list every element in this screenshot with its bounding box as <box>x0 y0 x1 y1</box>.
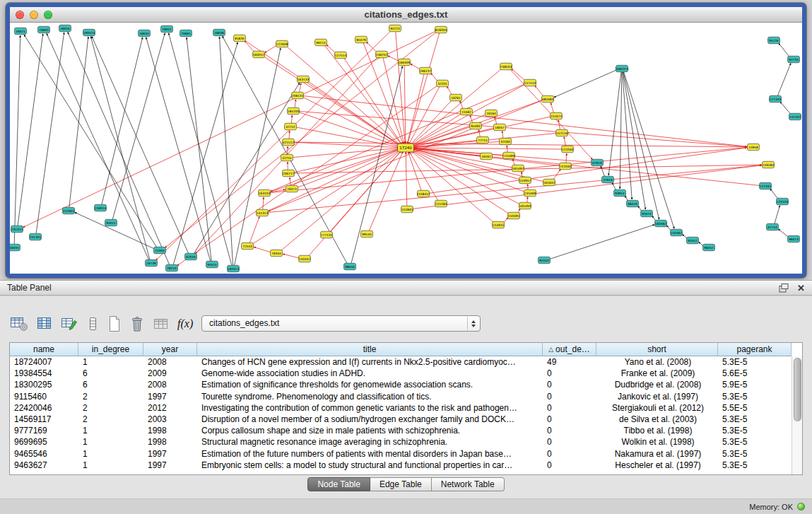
network-node[interactable]: 748503 <box>500 63 512 70</box>
column-header-name[interactable]: name <box>10 343 78 356</box>
network-node[interactable]: 127514 <box>335 52 347 59</box>
network-node[interactable]: 163103 <box>259 189 271 197</box>
table-row[interactable]: 2242004622012Investigating the contribut… <box>10 402 802 414</box>
network-node[interactable]: 165497 <box>512 165 524 172</box>
column-header-short[interactable]: short <box>596 343 718 356</box>
network-node[interactable]: 141313 <box>257 209 269 216</box>
network-node[interactable]: 16261 <box>450 94 462 101</box>
network-node[interactable]: 160462 <box>655 220 667 227</box>
network-node[interactable]: 157510 <box>524 79 536 86</box>
network-node[interactable]: 96419 <box>627 200 639 207</box>
function-builder-icon[interactable]: f(x) <box>177 314 193 334</box>
network-node[interactable]: 231312 <box>11 226 23 233</box>
network-node[interactable]: 16044 <box>59 25 71 32</box>
network-canvas[interactable]: 1724081830160012122608961141275148547914… <box>10 23 802 273</box>
table-row[interactable]: 911546021997Tourette syndrome. Phenomeno… <box>10 391 802 402</box>
network-node[interactable]: 151675 <box>551 112 563 119</box>
network-node[interactable]: 67919 <box>592 159 604 166</box>
network-node[interactable]: 122608 <box>276 40 288 47</box>
edit-table-icon[interactable] <box>61 314 78 334</box>
show-columns-icon[interactable] <box>36 314 53 334</box>
network-node[interactable]: 485083 <box>542 95 554 103</box>
network-node[interactable]: 16047 <box>494 124 506 131</box>
network-node[interactable]: 16634 <box>139 30 151 37</box>
network-node[interactable]: 16034 <box>10 244 20 251</box>
tab-edge-table[interactable]: Edge Table <box>370 477 432 491</box>
network-node[interactable]: 95015 <box>105 219 117 226</box>
network-node[interactable]: 26739 <box>146 259 158 267</box>
network-node[interactable]: 154931 <box>493 221 505 228</box>
network-node[interactable]: 25304 <box>154 247 166 254</box>
network-node[interactable]: 16162 <box>481 153 493 160</box>
network-node[interactable]: 177135 <box>321 231 333 238</box>
network-node[interactable]: 818304 <box>435 26 447 33</box>
network-node[interactable]: 421512 <box>283 139 295 146</box>
network-node[interactable]: 32201 <box>437 80 449 87</box>
minimize-window-button[interactable] <box>30 11 38 19</box>
network-node[interactable]: 42755 <box>281 154 293 161</box>
network-node[interactable]: 95414 <box>206 261 218 268</box>
network-node[interactable]: 96452 <box>703 244 715 251</box>
network-node[interactable]: 150447 <box>299 255 311 262</box>
network-node[interactable]: 184200 <box>288 107 300 115</box>
network-node[interactable]: 121342 <box>760 182 772 189</box>
new-table-icon[interactable] <box>107 314 122 334</box>
table-row[interactable]: 1938455462009Genome-wide association stu… <box>10 368 802 379</box>
network-node[interactable]: 67743 <box>767 223 779 230</box>
network-node[interactable]: 115184 <box>435 200 447 207</box>
row-selector-icon[interactable] <box>86 314 100 334</box>
network-node[interactable]: 127343 <box>770 95 782 103</box>
network-node[interactable]: 151845 <box>401 206 413 213</box>
table-scrollbar[interactable] <box>792 356 802 474</box>
network-node[interactable]: 26373 <box>286 185 298 192</box>
network-node[interactable]: 196137 <box>420 67 432 74</box>
network-node[interactable]: 93474 <box>641 210 653 217</box>
network-node[interactable]: 20663 <box>38 26 50 33</box>
network-node[interactable]: 146252 <box>376 51 388 58</box>
network-node[interactable]: 17240 <box>398 144 414 152</box>
network-node[interactable]: 76344 <box>271 250 283 257</box>
network-node[interactable]: 145469 <box>524 189 536 197</box>
network-node[interactable]: 62019 <box>185 253 197 260</box>
network-node[interactable]: 201305 <box>30 233 42 240</box>
network-node[interactable]: 161642 <box>543 179 555 186</box>
network-node[interactable]: 159584 <box>763 161 775 168</box>
table-row[interactable]: 1456911722003Disruption of a novel membe… <box>10 414 802 425</box>
network-node[interactable]: 81830 <box>234 35 246 42</box>
column-header-title[interactable]: title <box>197 343 543 356</box>
import-table-icon[interactable] <box>153 314 170 334</box>
close-window-button[interactable] <box>16 11 24 19</box>
delete-table-icon[interactable] <box>129 314 145 334</box>
network-node[interactable]: 722040 <box>560 163 572 170</box>
network-node[interactable]: 1518457 <box>416 190 430 197</box>
network-node[interactable]: 150462 <box>671 229 683 236</box>
network-node[interactable]: 160313 <box>228 265 240 272</box>
network-node[interactable]: 154957 <box>519 177 531 184</box>
table-source-dropdown[interactable]: citations_edges.txt <box>201 315 481 332</box>
network-node[interactable]: 92452 <box>687 237 699 244</box>
zoom-window-button[interactable] <box>44 11 52 19</box>
network-node[interactable]: 72543 <box>242 243 254 250</box>
network-node[interactable]: 37919 <box>602 176 614 183</box>
table-row[interactable]: 946554611997Estimation of the future num… <box>10 448 802 460</box>
network-node[interactable]: 160012 <box>253 51 265 58</box>
close-panel-icon[interactable]: ✕ <box>797 284 805 293</box>
network-node[interactable]: 99140 <box>361 230 373 238</box>
network-node[interactable]: 150491 <box>508 212 520 219</box>
network-window-titlebar[interactable]: citations_edges.txt <box>10 7 802 23</box>
network-node[interactable]: 28210 <box>166 264 178 271</box>
network-node[interactable]: 98450 <box>344 263 356 270</box>
network-node[interactable]: 505493 <box>519 202 531 209</box>
network-node[interactable]: 95723 <box>389 25 401 32</box>
network-node[interactable]: 95493 <box>470 122 482 129</box>
network-node[interactable]: 163133 <box>298 76 310 83</box>
table-row[interactable]: 977716911998Corpus callosum shape and si… <box>10 425 802 436</box>
network-node[interactable]: 190424 <box>83 29 95 36</box>
tab-node-table[interactable]: Node Table <box>307 477 370 491</box>
network-node[interactable]: 92734 <box>788 56 800 63</box>
network-node[interactable]: 157516 <box>556 129 568 136</box>
table-row[interactable]: 946362711997Embryonic stem cells: a mode… <box>10 460 802 471</box>
network-node[interactable]: 122040 <box>562 146 574 153</box>
float-panel-icon[interactable] <box>779 284 789 293</box>
network-node[interactable]: 16648 <box>213 29 225 36</box>
